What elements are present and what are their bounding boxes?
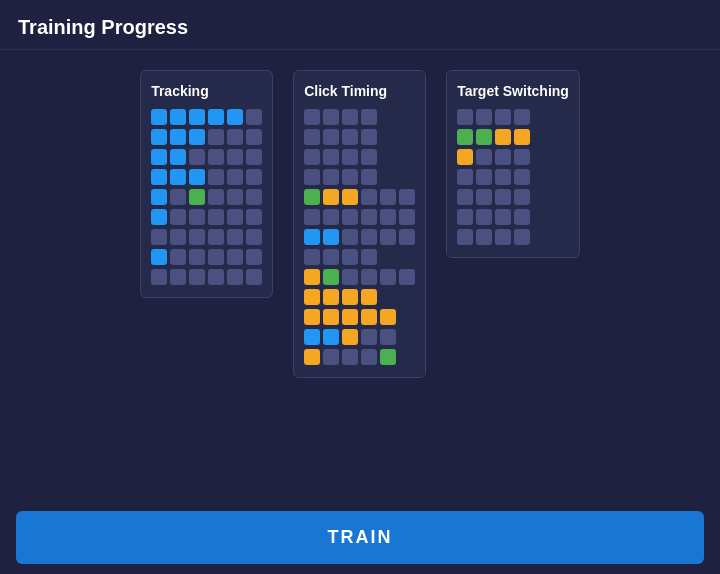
grid-cell [476,189,492,205]
grid-cell [151,209,167,225]
grid-cell [246,229,262,245]
grid-cell [304,249,320,265]
grid-cell [323,189,339,205]
grid-cell [227,129,243,145]
grid-cell [323,349,339,365]
grid-cell [304,109,320,125]
grid-cell [323,149,339,165]
grid-cell [495,149,511,165]
grid-cell [227,229,243,245]
grid-cell [170,129,186,145]
grid-cell [189,209,205,225]
grid-cell [323,209,339,225]
grid-cell [342,149,358,165]
grid-cell [304,349,320,365]
grid-cell [457,189,473,205]
grid-cell [151,189,167,205]
table-row [457,129,569,145]
grid-cell [208,149,224,165]
table-row [304,129,415,145]
grid-cell [304,309,320,325]
grid-cell [151,129,167,145]
grid-cell [227,189,243,205]
grid-cell [304,189,320,205]
grid-cell [342,249,358,265]
grid-cell [208,169,224,185]
grid-cell [151,109,167,125]
grid-cell [151,169,167,185]
table-row [151,149,262,165]
grid-cell [361,229,377,245]
grid-cell [304,149,320,165]
grid-cell [227,109,243,125]
grid-cell [151,149,167,165]
panel-tracking: Tracking [140,70,273,298]
grid-cell [361,129,377,145]
grid-cell [495,209,511,225]
grid-cell [170,229,186,245]
grid-cell [361,349,377,365]
grid-cell [514,229,530,245]
grid-cell [304,129,320,145]
table-row [304,249,415,265]
grid-cell [380,269,396,285]
table-row [304,349,415,365]
table-row [457,209,569,225]
grid-cell [514,129,530,145]
table-row [304,189,415,205]
footer: TRAIN [0,501,720,574]
grid-cell [189,109,205,125]
table-row [151,209,262,225]
grid-cell [246,209,262,225]
grid-cell [170,209,186,225]
grid-cell [495,129,511,145]
grid-cell [227,249,243,265]
grid-cell [476,149,492,165]
grid-cell [380,349,396,365]
table-row [304,289,415,305]
table-row [457,149,569,165]
grid-cell [361,289,377,305]
grid-cell [399,229,415,245]
grid-cell [189,149,205,165]
table-row [304,169,415,185]
table-row [457,229,569,245]
grid-tracking [151,109,262,285]
grid-cell [342,329,358,345]
grid-cell [399,209,415,225]
grid-cell [323,169,339,185]
grid-cell [304,329,320,345]
grid-cell [170,149,186,165]
grid-cell [342,349,358,365]
table-row [151,229,262,245]
grid-cell [457,149,473,165]
table-row [151,109,262,125]
grid-cell [514,109,530,125]
grid-cell [208,249,224,265]
table-row [304,209,415,225]
grid-cell [246,249,262,265]
grid-cell [361,329,377,345]
grid-cell [380,309,396,325]
table-row [304,309,415,325]
grid-cell [476,209,492,225]
grid-cell [246,269,262,285]
grid-click-timing [304,109,415,365]
main-content: TrackingClick TimingTarget Switching [0,50,720,501]
table-row [151,189,262,205]
table-row [304,329,415,345]
grid-cell [208,129,224,145]
grid-cell [361,209,377,225]
grid-target-switching [457,109,569,245]
grid-cell [495,109,511,125]
grid-cell [495,169,511,185]
grid-cell [170,109,186,125]
grid-cell [342,209,358,225]
grid-cell [304,229,320,245]
table-row [151,269,262,285]
train-button[interactable]: TRAIN [16,511,704,564]
table-row [457,189,569,205]
header: Training Progress [0,0,720,50]
grid-cell [323,249,339,265]
table-row [304,149,415,165]
